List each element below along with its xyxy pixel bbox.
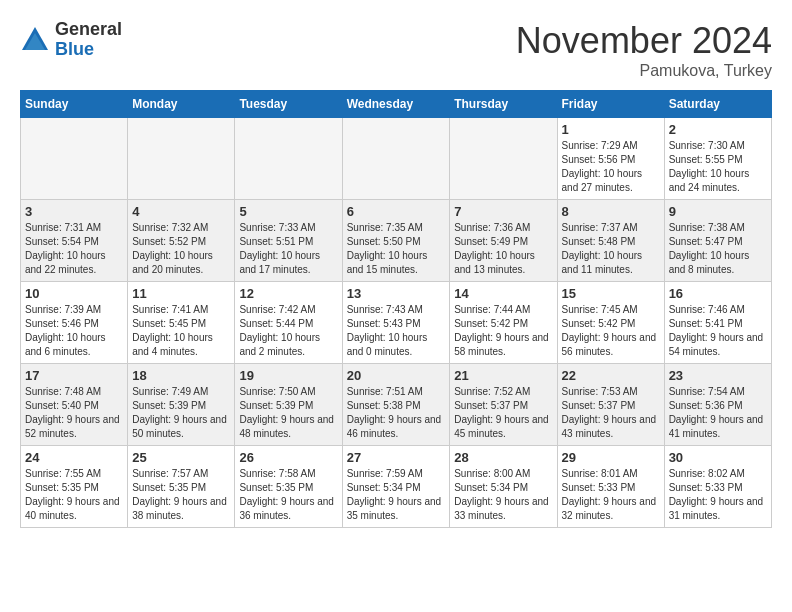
calendar-week-row: 17Sunrise: 7:48 AM Sunset: 5:40 PM Dayli… <box>21 364 772 446</box>
calendar-cell: 5Sunrise: 7:33 AM Sunset: 5:51 PM Daylig… <box>235 200 342 282</box>
calendar-cell: 22Sunrise: 7:53 AM Sunset: 5:37 PM Dayli… <box>557 364 664 446</box>
calendar-cell: 4Sunrise: 7:32 AM Sunset: 5:52 PM Daylig… <box>128 200 235 282</box>
calendar-cell: 6Sunrise: 7:35 AM Sunset: 5:50 PM Daylig… <box>342 200 450 282</box>
day-number: 11 <box>132 286 230 301</box>
calendar-cell: 17Sunrise: 7:48 AM Sunset: 5:40 PM Dayli… <box>21 364 128 446</box>
calendar-header-row: SundayMondayTuesdayWednesdayThursdayFrid… <box>21 91 772 118</box>
day-info: Sunrise: 7:49 AM Sunset: 5:39 PM Dayligh… <box>132 385 230 441</box>
day-number: 1 <box>562 122 660 137</box>
day-info: Sunrise: 7:46 AM Sunset: 5:41 PM Dayligh… <box>669 303 767 359</box>
day-info: Sunrise: 7:42 AM Sunset: 5:44 PM Dayligh… <box>239 303 337 359</box>
day-number: 22 <box>562 368 660 383</box>
day-number: 12 <box>239 286 337 301</box>
calendar-cell: 16Sunrise: 7:46 AM Sunset: 5:41 PM Dayli… <box>664 282 771 364</box>
calendar-week-row: 3Sunrise: 7:31 AM Sunset: 5:54 PM Daylig… <box>21 200 772 282</box>
logo-general: General <box>55 20 122 40</box>
day-number: 18 <box>132 368 230 383</box>
day-info: Sunrise: 7:54 AM Sunset: 5:36 PM Dayligh… <box>669 385 767 441</box>
logo-text: General Blue <box>55 20 122 60</box>
calendar-cell: 3Sunrise: 7:31 AM Sunset: 5:54 PM Daylig… <box>21 200 128 282</box>
calendar-cell: 8Sunrise: 7:37 AM Sunset: 5:48 PM Daylig… <box>557 200 664 282</box>
day-number: 6 <box>347 204 446 219</box>
day-info: Sunrise: 7:48 AM Sunset: 5:40 PM Dayligh… <box>25 385 123 441</box>
column-header-thursday: Thursday <box>450 91 557 118</box>
calendar-cell: 2Sunrise: 7:30 AM Sunset: 5:55 PM Daylig… <box>664 118 771 200</box>
day-info: Sunrise: 7:32 AM Sunset: 5:52 PM Dayligh… <box>132 221 230 277</box>
day-info: Sunrise: 7:36 AM Sunset: 5:49 PM Dayligh… <box>454 221 552 277</box>
day-number: 15 <box>562 286 660 301</box>
page-header: General Blue November 2024 Pamukova, Tur… <box>20 20 772 80</box>
calendar-cell: 12Sunrise: 7:42 AM Sunset: 5:44 PM Dayli… <box>235 282 342 364</box>
column-header-tuesday: Tuesday <box>235 91 342 118</box>
column-header-saturday: Saturday <box>664 91 771 118</box>
day-info: Sunrise: 7:44 AM Sunset: 5:42 PM Dayligh… <box>454 303 552 359</box>
day-info: Sunrise: 7:35 AM Sunset: 5:50 PM Dayligh… <box>347 221 446 277</box>
day-info: Sunrise: 7:30 AM Sunset: 5:55 PM Dayligh… <box>669 139 767 195</box>
day-number: 20 <box>347 368 446 383</box>
day-info: Sunrise: 7:50 AM Sunset: 5:39 PM Dayligh… <box>239 385 337 441</box>
calendar-cell: 25Sunrise: 7:57 AM Sunset: 5:35 PM Dayli… <box>128 446 235 528</box>
calendar-week-row: 1Sunrise: 7:29 AM Sunset: 5:56 PM Daylig… <box>21 118 772 200</box>
title-block: November 2024 Pamukova, Turkey <box>516 20 772 80</box>
day-info: Sunrise: 8:02 AM Sunset: 5:33 PM Dayligh… <box>669 467 767 523</box>
day-info: Sunrise: 7:37 AM Sunset: 5:48 PM Dayligh… <box>562 221 660 277</box>
day-number: 23 <box>669 368 767 383</box>
calendar-cell: 1Sunrise: 7:29 AM Sunset: 5:56 PM Daylig… <box>557 118 664 200</box>
calendar-cell <box>21 118 128 200</box>
day-number: 9 <box>669 204 767 219</box>
calendar-cell: 28Sunrise: 8:00 AM Sunset: 5:34 PM Dayli… <box>450 446 557 528</box>
day-number: 13 <box>347 286 446 301</box>
logo-icon <box>20 25 50 55</box>
calendar-cell: 15Sunrise: 7:45 AM Sunset: 5:42 PM Dayli… <box>557 282 664 364</box>
day-number: 2 <box>669 122 767 137</box>
day-number: 21 <box>454 368 552 383</box>
day-number: 5 <box>239 204 337 219</box>
day-info: Sunrise: 7:59 AM Sunset: 5:34 PM Dayligh… <box>347 467 446 523</box>
day-info: Sunrise: 7:45 AM Sunset: 5:42 PM Dayligh… <box>562 303 660 359</box>
day-number: 4 <box>132 204 230 219</box>
column-header-sunday: Sunday <box>21 91 128 118</box>
calendar-cell: 24Sunrise: 7:55 AM Sunset: 5:35 PM Dayli… <box>21 446 128 528</box>
day-number: 3 <box>25 204 123 219</box>
calendar-cell: 26Sunrise: 7:58 AM Sunset: 5:35 PM Dayli… <box>235 446 342 528</box>
calendar-week-row: 10Sunrise: 7:39 AM Sunset: 5:46 PM Dayli… <box>21 282 772 364</box>
day-info: Sunrise: 7:33 AM Sunset: 5:51 PM Dayligh… <box>239 221 337 277</box>
day-info: Sunrise: 8:00 AM Sunset: 5:34 PM Dayligh… <box>454 467 552 523</box>
calendar-cell: 23Sunrise: 7:54 AM Sunset: 5:36 PM Dayli… <box>664 364 771 446</box>
day-number: 30 <box>669 450 767 465</box>
calendar-cell: 13Sunrise: 7:43 AM Sunset: 5:43 PM Dayli… <box>342 282 450 364</box>
day-info: Sunrise: 7:53 AM Sunset: 5:37 PM Dayligh… <box>562 385 660 441</box>
day-info: Sunrise: 7:57 AM Sunset: 5:35 PM Dayligh… <box>132 467 230 523</box>
column-header-monday: Monday <box>128 91 235 118</box>
day-info: Sunrise: 7:51 AM Sunset: 5:38 PM Dayligh… <box>347 385 446 441</box>
day-info: Sunrise: 7:55 AM Sunset: 5:35 PM Dayligh… <box>25 467 123 523</box>
day-info: Sunrise: 7:58 AM Sunset: 5:35 PM Dayligh… <box>239 467 337 523</box>
day-info: Sunrise: 7:38 AM Sunset: 5:47 PM Dayligh… <box>669 221 767 277</box>
day-number: 16 <box>669 286 767 301</box>
day-number: 19 <box>239 368 337 383</box>
day-number: 29 <box>562 450 660 465</box>
calendar-cell <box>450 118 557 200</box>
calendar-cell <box>128 118 235 200</box>
calendar-cell: 9Sunrise: 7:38 AM Sunset: 5:47 PM Daylig… <box>664 200 771 282</box>
day-number: 25 <box>132 450 230 465</box>
column-header-wednesday: Wednesday <box>342 91 450 118</box>
day-info: Sunrise: 7:41 AM Sunset: 5:45 PM Dayligh… <box>132 303 230 359</box>
calendar: SundayMondayTuesdayWednesdayThursdayFrid… <box>20 90 772 528</box>
day-number: 10 <box>25 286 123 301</box>
day-number: 7 <box>454 204 552 219</box>
calendar-cell: 18Sunrise: 7:49 AM Sunset: 5:39 PM Dayli… <box>128 364 235 446</box>
day-number: 27 <box>347 450 446 465</box>
calendar-cell: 19Sunrise: 7:50 AM Sunset: 5:39 PM Dayli… <box>235 364 342 446</box>
calendar-cell: 7Sunrise: 7:36 AM Sunset: 5:49 PM Daylig… <box>450 200 557 282</box>
day-number: 28 <box>454 450 552 465</box>
month-title: November 2024 <box>516 20 772 62</box>
calendar-cell: 20Sunrise: 7:51 AM Sunset: 5:38 PM Dayli… <box>342 364 450 446</box>
logo: General Blue <box>20 20 122 60</box>
calendar-cell: 29Sunrise: 8:01 AM Sunset: 5:33 PM Dayli… <box>557 446 664 528</box>
day-info: Sunrise: 8:01 AM Sunset: 5:33 PM Dayligh… <box>562 467 660 523</box>
calendar-cell: 21Sunrise: 7:52 AM Sunset: 5:37 PM Dayli… <box>450 364 557 446</box>
day-info: Sunrise: 7:52 AM Sunset: 5:37 PM Dayligh… <box>454 385 552 441</box>
calendar-cell: 11Sunrise: 7:41 AM Sunset: 5:45 PM Dayli… <box>128 282 235 364</box>
location: Pamukova, Turkey <box>516 62 772 80</box>
